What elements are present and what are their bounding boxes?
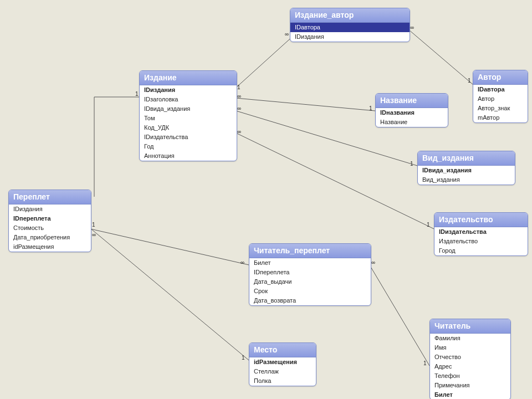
field[interactable]: Полка xyxy=(249,376,316,386)
entity-fields: IDвида_издания Вид_издания xyxy=(418,166,515,185)
field[interactable]: IDзаголовка xyxy=(140,95,237,104)
entity-izdanie-avtor[interactable]: Издание_автор IDавтора IDиздания xyxy=(290,8,410,42)
card-1: 1 xyxy=(423,360,427,366)
entity-fields: Билет IDпереплета Дата_выдачи Срок Дата_… xyxy=(249,258,371,305)
field[interactable]: IDавтора xyxy=(290,23,410,32)
er-diagram-canvas: 1 ∞ 1 ∞ ∞ 1 ∞ 1 ∞ 1 ∞ 1 1 ∞ ∞ 1 ∞ 1 Пере… xyxy=(0,0,532,399)
entity-fields: IDиздания IDпереплета Стоимость Дата_при… xyxy=(9,204,91,252)
field[interactable]: IDиздания xyxy=(290,32,410,42)
field[interactable]: Адрес xyxy=(430,362,510,371)
entity-fields: IDавтора IDиздания xyxy=(290,23,410,42)
entity-fields: Фамилия Имя Отчество Адрес Телефон Приме… xyxy=(430,334,510,399)
field[interactable]: IDиздания xyxy=(140,85,237,95)
field[interactable]: Билет xyxy=(430,390,510,399)
field[interactable]: Дата_возврата xyxy=(249,296,371,305)
card-1: 1 xyxy=(410,161,413,167)
entity-title: Место xyxy=(249,343,316,357)
entity-title: Переплет xyxy=(9,190,91,204)
field[interactable]: Срок xyxy=(249,287,371,296)
card-1: 1 xyxy=(237,84,241,90)
field[interactable]: Телефон xyxy=(430,371,510,381)
field[interactable]: IDпереплета xyxy=(9,214,91,223)
field[interactable]: mАвтор xyxy=(473,113,528,122)
field[interactable]: Аннотация xyxy=(140,151,237,161)
card-1: 1 xyxy=(135,91,139,97)
field[interactable]: Издательство xyxy=(434,237,528,246)
entity-title: Название xyxy=(376,94,448,108)
field[interactable]: Дата_выдачи xyxy=(249,277,371,287)
card-inf: ∞ xyxy=(237,93,241,99)
field[interactable]: IDпереплета xyxy=(249,268,371,277)
card-inf: ∞ xyxy=(92,232,96,238)
field[interactable]: IDиздательства xyxy=(434,227,528,237)
entity-fields: IDиздания IDзаголовка IDвида_издания Том… xyxy=(140,85,237,161)
entity-mesto[interactable]: Место idРазмещения Стеллаж Полка xyxy=(249,342,316,386)
entity-fields: IDавтора Автор Автор_знак mАвтор xyxy=(473,85,528,122)
entity-pereplet[interactable]: Переплет IDиздания IDпереплета Стоимость… xyxy=(8,190,91,252)
field[interactable]: IDиздания xyxy=(9,204,91,214)
field[interactable]: IDавтора xyxy=(473,85,528,94)
entity-title: Автор xyxy=(473,70,528,85)
field[interactable]: Стоимость xyxy=(9,223,91,233)
field[interactable]: Автор xyxy=(473,94,528,104)
entity-nazvanie[interactable]: Название IDназвания Название xyxy=(375,93,448,127)
field[interactable]: idРазмещения xyxy=(9,242,91,252)
card-inf: ∞ xyxy=(371,259,375,265)
field[interactable]: Том xyxy=(140,114,237,123)
entity-avtor[interactable]: Автор IDавтора Автор Автор_знак mАвтор xyxy=(473,70,528,123)
card-inf: ∞ xyxy=(241,259,244,265)
entity-title: Издание xyxy=(140,71,237,85)
field[interactable]: Дата_приобретения xyxy=(9,233,91,242)
field[interactable]: Вид_издания xyxy=(418,175,515,185)
card-1: 1 xyxy=(92,222,95,228)
card-inf: ∞ xyxy=(237,129,241,135)
entity-title: Издание_автор xyxy=(290,8,410,23)
field[interactable]: Год xyxy=(140,142,237,151)
field[interactable]: IDвида_издания xyxy=(140,104,237,114)
field[interactable]: Примечания xyxy=(430,381,510,390)
entity-title: Вид_издания xyxy=(418,151,515,166)
card-1: 1 xyxy=(468,78,471,84)
entity-title: Читатель_переплет xyxy=(249,244,371,258)
field[interactable]: Имя xyxy=(430,343,510,352)
field[interactable]: Стеллаж xyxy=(249,367,316,376)
entity-title: Издательство xyxy=(434,213,528,227)
card-inf: ∞ xyxy=(410,24,414,30)
entity-izdatelstvo[interactable]: Издательство IDиздательства Издательство… xyxy=(434,212,528,256)
entity-title: Читатель xyxy=(430,319,510,334)
entity-fields: IDиздательства Издательство Город xyxy=(434,227,528,255)
field[interactable]: IDназвания xyxy=(376,108,448,117)
field[interactable]: idРазмещения xyxy=(249,357,316,367)
field[interactable]: Фамилия xyxy=(430,334,510,343)
entity-izdanie[interactable]: Издание IDиздания IDзаголовка IDвида_изд… xyxy=(139,70,237,161)
card-inf: ∞ xyxy=(285,31,289,37)
field[interactable]: IDвида_издания xyxy=(418,166,515,175)
card-1: 1 xyxy=(369,105,372,111)
field[interactable]: Билет xyxy=(249,258,371,268)
entity-chitatel[interactable]: Читатель Фамилия Имя Отчество Адрес Теле… xyxy=(429,319,511,399)
entity-vid-izdaniya[interactable]: Вид_издания IDвида_издания Вид_издания xyxy=(417,151,515,185)
field[interactable]: Код_УДК xyxy=(140,123,237,132)
card-1: 1 xyxy=(242,355,245,361)
entity-chitatel-pereplet[interactable]: Читатель_переплет Билет IDпереплета Дата… xyxy=(249,243,371,306)
field[interactable]: IDиздательства xyxy=(140,132,237,142)
field[interactable]: Отчество xyxy=(430,352,510,362)
card-1: 1 xyxy=(427,222,430,228)
field[interactable]: Название xyxy=(376,117,448,127)
field[interactable]: Город xyxy=(434,246,528,255)
card-inf: ∞ xyxy=(237,105,241,111)
entity-fields: idРазмещения Стеллаж Полка xyxy=(249,357,316,386)
entity-fields: IDназвания Название xyxy=(376,108,448,127)
field[interactable]: Автор_знак xyxy=(473,104,528,113)
